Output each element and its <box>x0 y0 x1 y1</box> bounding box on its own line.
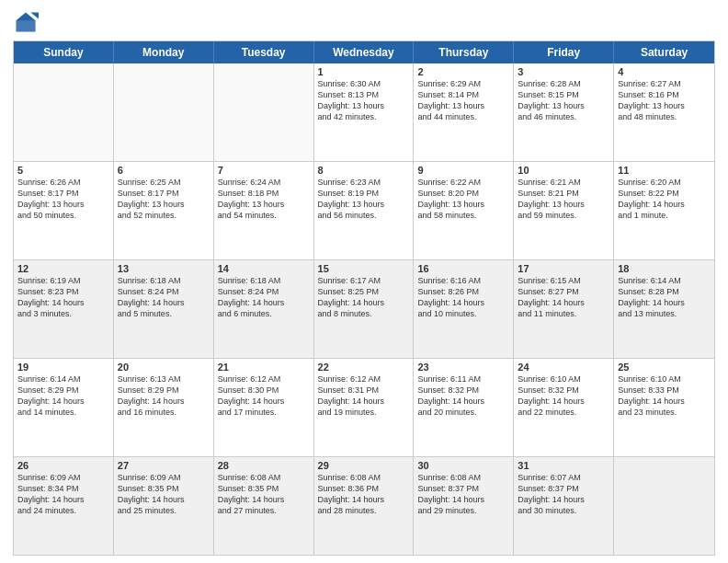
header <box>13 9 715 35</box>
day-info: Sunrise: 6:08 AM Sunset: 8:37 PM Dayligh… <box>417 472 509 517</box>
day-number: 12 <box>17 263 109 274</box>
weekday-header-monday: Monday <box>114 41 214 63</box>
day-info: Sunrise: 6:08 AM Sunset: 8:35 PM Dayligh… <box>218 472 310 517</box>
day-info: Sunrise: 6:27 AM Sunset: 8:16 PM Dayligh… <box>618 78 711 123</box>
day-number: 27 <box>118 460 210 471</box>
calendar-cell: 24Sunrise: 6:10 AM Sunset: 8:32 PM Dayli… <box>514 359 614 456</box>
day-info: Sunrise: 6:29 AM Sunset: 8:14 PM Dayligh… <box>417 78 509 123</box>
calendar: SundayMondayTuesdayWednesdayThursdayFrid… <box>13 40 715 556</box>
day-info: Sunrise: 6:10 AM Sunset: 8:32 PM Dayligh… <box>518 373 609 419</box>
day-number: 28 <box>218 460 310 471</box>
calendar-cell: 1Sunrise: 6:30 AM Sunset: 8:13 PM Daylig… <box>314 63 415 161</box>
day-number: 25 <box>618 362 711 373</box>
calendar-row-2: 12Sunrise: 6:19 AM Sunset: 8:23 PM Dayli… <box>14 259 714 358</box>
weekday-header-saturday: Saturday <box>614 41 714 63</box>
day-info: Sunrise: 6:17 AM Sunset: 8:25 PM Dayligh… <box>318 275 410 320</box>
calendar-header: SundayMondayTuesdayWednesdayThursdayFrid… <box>14 41 714 63</box>
calendar-cell: 4Sunrise: 6:27 AM Sunset: 8:16 PM Daylig… <box>614 63 714 161</box>
weekday-header-friday: Friday <box>514 41 614 63</box>
page: SundayMondayTuesdayWednesdayThursdayFrid… <box>0 0 728 563</box>
calendar-cell: 23Sunrise: 6:11 AM Sunset: 8:32 PM Dayli… <box>414 359 514 456</box>
calendar-cell: 28Sunrise: 6:08 AM Sunset: 8:35 PM Dayli… <box>214 457 314 555</box>
day-info: Sunrise: 6:28 AM Sunset: 8:15 PM Dayligh… <box>518 78 609 123</box>
day-number: 24 <box>518 362 609 373</box>
weekday-header-sunday: Sunday <box>14 41 114 63</box>
day-number: 6 <box>118 165 210 176</box>
logo-icon <box>13 9 39 35</box>
calendar-cell: 19Sunrise: 6:14 AM Sunset: 8:29 PM Dayli… <box>14 359 114 456</box>
calendar-row-1: 5Sunrise: 6:26 AM Sunset: 8:17 PM Daylig… <box>14 161 714 259</box>
day-info: Sunrise: 6:12 AM Sunset: 8:31 PM Dayligh… <box>318 373 410 419</box>
day-info: Sunrise: 6:23 AM Sunset: 8:19 PM Dayligh… <box>318 177 410 222</box>
day-number: 3 <box>518 66 609 77</box>
day-info: Sunrise: 6:15 AM Sunset: 8:27 PM Dayligh… <box>518 275 609 320</box>
calendar-cell: 9Sunrise: 6:22 AM Sunset: 8:20 PM Daylig… <box>414 162 514 259</box>
calendar-cell: 20Sunrise: 6:13 AM Sunset: 8:29 PM Dayli… <box>114 359 214 456</box>
day-info: Sunrise: 6:13 AM Sunset: 8:29 PM Dayligh… <box>118 373 210 419</box>
calendar-body: 1Sunrise: 6:30 AM Sunset: 8:13 PM Daylig… <box>14 63 714 555</box>
calendar-cell <box>614 457 714 555</box>
day-number: 21 <box>218 362 310 373</box>
day-info: Sunrise: 6:09 AM Sunset: 8:34 PM Dayligh… <box>17 472 109 517</box>
day-number: 18 <box>618 263 711 274</box>
calendar-cell: 15Sunrise: 6:17 AM Sunset: 8:25 PM Dayli… <box>314 260 415 358</box>
day-info: Sunrise: 6:18 AM Sunset: 8:24 PM Dayligh… <box>218 275 310 320</box>
day-number: 17 <box>518 263 609 274</box>
calendar-row-3: 19Sunrise: 6:14 AM Sunset: 8:29 PM Dayli… <box>14 358 714 456</box>
day-info: Sunrise: 6:08 AM Sunset: 8:36 PM Dayligh… <box>318 472 410 517</box>
day-info: Sunrise: 6:11 AM Sunset: 8:32 PM Dayligh… <box>417 373 509 419</box>
calendar-row-4: 26Sunrise: 6:09 AM Sunset: 8:34 PM Dayli… <box>14 456 714 555</box>
day-info: Sunrise: 6:18 AM Sunset: 8:24 PM Dayligh… <box>118 275 210 320</box>
calendar-cell: 11Sunrise: 6:20 AM Sunset: 8:22 PM Dayli… <box>614 162 714 259</box>
day-number: 29 <box>318 460 410 471</box>
calendar-cell: 2Sunrise: 6:29 AM Sunset: 8:14 PM Daylig… <box>414 63 514 161</box>
calendar-cell: 21Sunrise: 6:12 AM Sunset: 8:30 PM Dayli… <box>214 359 314 456</box>
weekday-header-wednesday: Wednesday <box>314 41 415 63</box>
svg-rect-2 <box>17 20 36 31</box>
day-info: Sunrise: 6:24 AM Sunset: 8:18 PM Dayligh… <box>218 177 310 222</box>
day-number: 10 <box>518 165 609 176</box>
day-number: 16 <box>417 263 509 274</box>
day-number: 14 <box>218 263 310 274</box>
calendar-cell: 25Sunrise: 6:10 AM Sunset: 8:33 PM Dayli… <box>614 359 714 456</box>
calendar-cell: 16Sunrise: 6:16 AM Sunset: 8:26 PM Dayli… <box>414 260 514 358</box>
calendar-cell: 5Sunrise: 6:26 AM Sunset: 8:17 PM Daylig… <box>14 162 114 259</box>
day-number: 7 <box>218 165 310 176</box>
weekday-header-thursday: Thursday <box>414 41 514 63</box>
day-number: 26 <box>17 460 109 471</box>
calendar-cell <box>14 63 114 161</box>
day-info: Sunrise: 6:30 AM Sunset: 8:13 PM Dayligh… <box>318 78 410 123</box>
day-info: Sunrise: 6:26 AM Sunset: 8:17 PM Dayligh… <box>17 177 109 222</box>
calendar-cell: 12Sunrise: 6:19 AM Sunset: 8:23 PM Dayli… <box>14 260 114 358</box>
calendar-cell: 17Sunrise: 6:15 AM Sunset: 8:27 PM Dayli… <box>514 260 614 358</box>
logo <box>13 9 42 35</box>
day-info: Sunrise: 6:14 AM Sunset: 8:28 PM Dayligh… <box>618 275 711 320</box>
calendar-cell: 13Sunrise: 6:18 AM Sunset: 8:24 PM Dayli… <box>114 260 214 358</box>
calendar-cell: 31Sunrise: 6:07 AM Sunset: 8:37 PM Dayli… <box>514 457 614 555</box>
day-number: 31 <box>518 460 609 471</box>
calendar-cell: 29Sunrise: 6:08 AM Sunset: 8:36 PM Dayli… <box>314 457 415 555</box>
calendar-cell: 10Sunrise: 6:21 AM Sunset: 8:21 PM Dayli… <box>514 162 614 259</box>
day-info: Sunrise: 6:20 AM Sunset: 8:22 PM Dayligh… <box>618 177 711 222</box>
day-number: 22 <box>318 362 410 373</box>
calendar-cell: 7Sunrise: 6:24 AM Sunset: 8:18 PM Daylig… <box>214 162 314 259</box>
calendar-cell <box>114 63 214 161</box>
calendar-cell: 6Sunrise: 6:25 AM Sunset: 8:17 PM Daylig… <box>114 162 214 259</box>
day-info: Sunrise: 6:25 AM Sunset: 8:17 PM Dayligh… <box>118 177 210 222</box>
calendar-cell: 22Sunrise: 6:12 AM Sunset: 8:31 PM Dayli… <box>314 359 415 456</box>
day-info: Sunrise: 6:09 AM Sunset: 8:35 PM Dayligh… <box>118 472 210 517</box>
day-info: Sunrise: 6:16 AM Sunset: 8:26 PM Dayligh… <box>417 275 509 320</box>
day-number: 13 <box>118 263 210 274</box>
day-number: 23 <box>417 362 509 373</box>
day-number: 19 <box>17 362 109 373</box>
day-number: 30 <box>417 460 509 471</box>
day-number: 8 <box>318 165 410 176</box>
day-info: Sunrise: 6:21 AM Sunset: 8:21 PM Dayligh… <box>518 177 609 222</box>
day-number: 5 <box>17 165 109 176</box>
day-number: 20 <box>118 362 210 373</box>
day-info: Sunrise: 6:10 AM Sunset: 8:33 PM Dayligh… <box>618 373 711 419</box>
calendar-cell: 30Sunrise: 6:08 AM Sunset: 8:37 PM Dayli… <box>414 457 514 555</box>
day-number: 15 <box>318 263 410 274</box>
day-info: Sunrise: 6:14 AM Sunset: 8:29 PM Dayligh… <box>17 373 109 419</box>
calendar-cell <box>214 63 314 161</box>
